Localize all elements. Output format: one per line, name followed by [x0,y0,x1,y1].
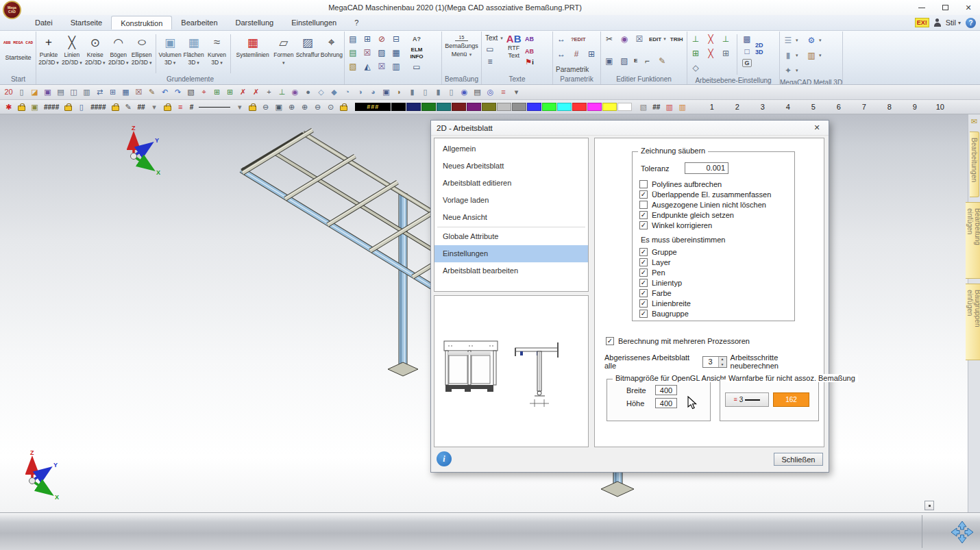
view-box-add-icon[interactable]: ⊞ [211,87,223,98]
cube-shaded-icon[interactable]: ◆ [328,87,340,98]
dim-hatch-icon[interactable]: ▨ [375,47,389,59]
breite-input[interactable]: 400 [655,385,677,395]
dialog-nav-item-1[interactable]: Neues Arbeitsblatt [434,158,588,175]
save-icon[interactable]: ▣ [42,87,53,98]
disc-top-icon[interactable]: ◔ [341,87,353,98]
zoom-previous-icon[interactable]: ⊙ [325,101,336,112]
cylinder-d-icon[interactable]: ▯ [445,87,457,98]
linetype-colors-icon[interactable]: ▥ [663,101,675,112]
toolbar-more-icon[interactable]: ▾ [511,87,522,98]
help-icon[interactable]: ? [966,18,976,28]
pen-number-6[interactable]: 6 [826,103,851,111]
group-select-icon[interactable]: ▣ [29,101,40,112]
panel-mail-icon[interactable]: ✉ [971,117,977,126]
grund-button-7[interactable]: ≈Kurven3D ▾ [206,33,228,66]
disc-bottom-icon[interactable]: ◕ [367,87,379,98]
dialog-nav-item-2[interactable]: Arbeitsblatt editieren [434,175,588,192]
pen-number-4[interactable]: 4 [775,103,800,111]
pen-caret-icon[interactable]: ▾ [149,101,160,112]
param-dim-v-icon[interactable]: ↔ [554,48,568,60]
dim-2d-icon[interactable]: ▤ [346,47,360,59]
megacad-logo[interactable]: Mega CAD [3,1,21,19]
warn-color-button[interactable]: 162 [773,392,809,407]
cylinder-a-icon[interactable]: ▮ [406,87,418,98]
layer-columns-icon[interactable]: ≡ [498,87,509,98]
trim-button[interactable]: TRIH [669,33,685,45]
angle-query-icon[interactable]: A? [413,33,421,45]
grund-button-0[interactable]: +Punkte2D/3D ▾ [38,33,60,66]
color-swatch-8[interactable] [512,103,526,111]
checkbox-multi-cpu[interactable]: Berechnung mit mehreren Prozessoren [606,336,824,346]
metal-gear-button[interactable]: ⚙▾ [805,33,828,48]
pen-number-9[interactable]: 9 [902,103,927,111]
ucs-origin-icon[interactable]: ⌖ [198,87,210,98]
grund-button-6[interactable]: ▦Flächen3D ▾ [183,33,205,66]
match-checkbox-1[interactable]: Layer [639,257,794,267]
plane-sheet-icon[interactable]: □ [740,45,754,58]
edit-dropdown-button[interactable]: EDIT▾ [648,33,667,45]
pen-number-3[interactable]: 3 [750,103,775,111]
dim-wire-icon[interactable]: ☒ [375,60,389,73]
zoom-window-icon[interactable]: ▣ [273,101,284,112]
match-checkbox-4[interactable]: Farbe [639,288,794,298]
grund-button-4[interactable]: ○Ellipsen2D/3D ▾ [131,33,153,66]
dim-copy-icon[interactable]: ▤ [346,33,360,45]
stamp-icon[interactable]: ▭ [410,61,424,73]
move-view-icon[interactable]: + [263,87,275,98]
color-swatch-1[interactable] [406,103,421,111]
trim-x-icon[interactable]: ☒ [633,33,646,45]
cut-icon[interactable]: ✂ [602,33,616,45]
undo-icon[interactable]: ↶ [159,87,171,98]
plane-axis-large-icon[interactable]: ⊥ [689,33,702,45]
pan-arrows-icon[interactable] [950,520,975,545]
dialog-nav-item-5[interactable]: Globale Attribute [434,228,588,245]
param-dim-h-icon[interactable]: ↔ [554,33,568,45]
grund-button-10[interactable]: ▨Schraffur [296,33,319,59]
color-swatch-7[interactable] [497,103,511,111]
grund-button-9[interactable]: ▱Formen ▾ [273,33,295,66]
text-attr-icon[interactable]: AB [523,33,537,45]
linetype-mask-label[interactable]: # [188,103,196,111]
color-swatch-11[interactable] [557,103,572,111]
color-swatch-6[interactable] [482,103,496,111]
axis-tree-icon[interactable]: ⊥ [276,87,288,98]
zoom-minus-icon[interactable]: ⊖ [312,101,323,112]
dim-grid-icon[interactable]: ▦ [389,47,403,59]
print-icon[interactable]: ▤ [55,87,66,98]
dialog-nav-item-6[interactable]: Einstellungen [434,245,588,262]
color-swatch-14[interactable] [602,103,617,111]
color-swatch-0[interactable] [391,103,406,111]
plane-g-button[interactable]: G [742,59,751,67]
zoom-in-icon[interactable]: ⊕ [299,101,310,112]
dim-strike-icon[interactable]: ⊘ [375,33,389,45]
grund-button-3[interactable]: ◠Bögen2D/3D ▾ [108,33,130,66]
doc-table-icon[interactable]: ▦ [120,87,132,98]
lock-linewidth-icon[interactable] [249,105,256,111]
stil-menu[interactable]: Stil ▾ [946,18,961,27]
dim-note-icon[interactable]: ▧ [346,60,360,73]
color-swatch-9[interactable] [527,103,541,111]
pencil-icon[interactable]: ✎ [655,55,669,67]
text-abcd-icon[interactable]: AB [506,33,522,45]
plane-knife-2-icon[interactable]: ╳ [704,47,718,60]
user-icon[interactable] [934,18,941,27]
lock-layer-icon[interactable] [64,105,72,111]
clean-checkbox-0[interactable]: Polylines aufbrechen [639,179,794,189]
match-checkbox-6[interactable]: Baugruppe [639,308,794,318]
metal-layers-button[interactable]: ☰▾ [781,33,805,48]
pen-number-1[interactable]: 1 [699,103,724,111]
layer-select-icon[interactable]: ▯ [75,101,87,112]
dialog-close-icon[interactable]: ✕ [811,123,823,132]
metal-layers-icon[interactable]: ☰ [781,34,795,47]
doc-transfer-icon[interactable]: ⇄ [94,87,106,98]
layer-mask-label[interactable]: #### [88,103,108,111]
startseite-button[interactable]: ABB MEGA CAD Startseite [2,33,34,61]
grund-button-11[interactable]: ⌖Bohrung [321,33,343,59]
opengl-sphere-icon[interactable]: ◉ [458,87,470,98]
text-dropdown-button[interactable]: Text▾ [483,33,505,43]
grund-button-8[interactable]: ▦Systemlinien [234,33,271,59]
maximize-button[interactable] [933,0,957,15]
color-swatch-10[interactable] [542,103,556,111]
zoom-extend-icon[interactable]: ⊕ [286,101,297,112]
line-sample-icon[interactable] [199,107,230,108]
